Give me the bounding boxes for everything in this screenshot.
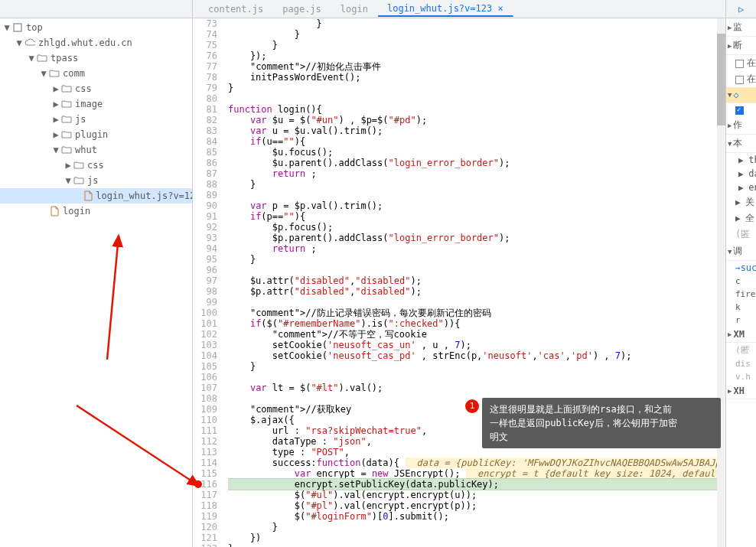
- checked-row[interactable]: [726, 103, 756, 116]
- line-number[interactable]: 87: [193, 168, 217, 179]
- line-number[interactable]: 100: [193, 308, 217, 318]
- toggle-icon[interactable]: ▶: [52, 116, 60, 123]
- line-number[interactable]: 89: [193, 190, 217, 200]
- tree-item-login[interactable]: login: [0, 203, 192, 219]
- scope-var[interactable]: ▶ th: [726, 153, 756, 167]
- line-number[interactable]: 119: [193, 511, 217, 522]
- code-line[interactable]: var encrypt = new JSEncrypt(); encrypt =…: [228, 468, 717, 479]
- tab-login[interactable]: login: [331, 2, 378, 16]
- line-number[interactable]: 118: [193, 500, 217, 511]
- tree-item-js[interactable]: ▶js: [0, 112, 192, 127]
- breakpoint-icon[interactable]: [194, 480, 202, 488]
- code-line[interactable]: "comment">//防止记录错误密码，每次要刷新记住的密码: [228, 308, 717, 318]
- line-number[interactable]: 96: [193, 265, 217, 275]
- line-number[interactable]: 106: [193, 372, 217, 383]
- line-number[interactable]: 73: [193, 18, 217, 29]
- tree-item-top[interactable]: ▼top: [0, 20, 192, 35]
- line-number[interactable]: 85: [193, 147, 217, 158]
- code-line[interactable]: "comment">//不等于空，写cookie: [228, 329, 717, 340]
- code-line[interactable]: }: [228, 40, 717, 50]
- code-line[interactable]: return ;: [228, 243, 717, 254]
- code-line[interactable]: setCookie('neusoft_cas_pd' , strEnc(p,'n…: [228, 350, 717, 361]
- code-line[interactable]: [228, 297, 717, 308]
- code-line[interactable]: $("#loginForm")[0].submit();: [228, 511, 717, 522]
- code-line[interactable]: if(u==""){: [228, 136, 717, 147]
- line-number[interactable]: 84: [193, 136, 217, 147]
- code-line[interactable]: var $u = $("#un") , $p=$("#pd");: [228, 115, 717, 125]
- code-line[interactable]: [228, 93, 717, 104]
- code-line[interactable]: $u.attr("disabled","disabled");: [228, 275, 717, 286]
- var-row[interactable]: fire: [726, 288, 756, 301]
- code-line[interactable]: function login(){: [228, 104, 717, 115]
- line-number[interactable]: 121: [193, 532, 217, 543]
- code-line[interactable]: [228, 372, 717, 383]
- code-line[interactable]: if($("#rememberName").is(":checked")){: [228, 318, 717, 329]
- line-number[interactable]: 115: [193, 468, 217, 479]
- line-number[interactable]: 113: [193, 447, 217, 457]
- var-row[interactable]: r: [726, 314, 756, 327]
- line-number[interactable]: 92: [193, 222, 217, 233]
- code-line[interactable]: [228, 190, 717, 200]
- tab-login-whut-js-v-123--[interactable]: login_whut.js?v=123 ×: [378, 2, 513, 17]
- scrollbar-thumb[interactable]: [717, 34, 725, 125]
- line-number[interactable]: 80: [193, 93, 217, 104]
- toggle-icon[interactable]: ▶: [52, 85, 60, 93]
- special-section[interactable]: ▼◇: [726, 87, 756, 103]
- code-line[interactable]: $p.attr("disabled","disabled");: [228, 286, 717, 297]
- code-line[interactable]: }: [228, 83, 717, 93]
- tab-content-js[interactable]: content.js: [199, 2, 273, 16]
- code-line[interactable]: $("#pl").val(encrypt.encrypt(p));: [228, 500, 717, 511]
- code-line[interactable]: if(p==""){: [228, 211, 717, 222]
- line-number[interactable]: 79: [193, 83, 217, 93]
- line-number[interactable]: 109: [193, 404, 217, 415]
- line-number[interactable]: 120: [193, 522, 217, 532]
- code-line[interactable]: $("#ul").val(encrypt.encrypt(u));: [228, 490, 717, 500]
- tree-item-login-whut-js-v-123[interactable]: login_whut.js?v=123: [0, 188, 192, 203]
- line-number[interactable]: 86: [193, 158, 217, 168]
- toggle-icon[interactable]: ▼: [52, 146, 60, 154]
- line-number[interactable]: 82: [193, 115, 217, 125]
- line-number[interactable]: 101: [193, 318, 217, 329]
- debugger-controls[interactable]: ▷: [726, 0, 756, 18]
- watch-section[interactable]: ▶监: [726, 18, 756, 37]
- code-line[interactable]: setCookie('neusoft_cas_un' , u , 7);: [228, 340, 717, 350]
- toggle-icon[interactable]: [77, 192, 82, 200]
- line-number[interactable]: 95: [193, 254, 217, 265]
- code-line[interactable]: }: [228, 522, 717, 532]
- code-line[interactable]: }: [228, 179, 717, 190]
- line-number[interactable]: 78: [193, 72, 217, 83]
- line-number[interactable]: 75: [193, 40, 217, 50]
- line-number[interactable]: 97: [193, 275, 217, 286]
- toggle-icon[interactable]: ▼: [64, 177, 72, 184]
- var-row[interactable]: c: [726, 275, 756, 288]
- scope-section[interactable]: ▶作: [726, 116, 756, 135]
- scope-var[interactable]: ▶ da: [726, 167, 756, 181]
- tree-item-tpass[interactable]: ▼tpass: [0, 50, 192, 66]
- line-number[interactable]: 104: [193, 350, 217, 361]
- code-line[interactable]: success:function(data){ data = {publicKe…: [228, 457, 717, 468]
- code-line[interactable]: [228, 265, 717, 275]
- code-line[interactable]: }: [228, 18, 717, 29]
- code-line[interactable]: encrypt.setPublicKey(data.publicKey);: [228, 479, 717, 490]
- line-number[interactable]: 76: [193, 50, 217, 61]
- code-line[interactable]: $u.focus();: [228, 147, 717, 158]
- resume-icon[interactable]: ▷: [738, 4, 744, 15]
- scope-local[interactable]: ▼本: [726, 135, 756, 153]
- line-number[interactable]: 91: [193, 211, 217, 222]
- code-line[interactable]: var u = $u.val().trim();: [228, 125, 717, 136]
- code-line[interactable]: var p = $p.val().trim();: [228, 200, 717, 211]
- code-line[interactable]: $p.focus();: [228, 222, 717, 233]
- line-number[interactable]: 93: [193, 233, 217, 243]
- frame-row[interactable]: →suc: [726, 261, 756, 275]
- line-number[interactable]: 110: [193, 415, 217, 425]
- line-gutter[interactable]: 7374757677787980818283848586878889909192…: [193, 18, 228, 547]
- code-area[interactable]: } } } }); "comment">//初始化点击事件 initPassWo…: [228, 18, 717, 547]
- line-number[interactable]: 114: [193, 457, 217, 468]
- line-number[interactable]: 90: [193, 200, 217, 211]
- line-number[interactable]: 81: [193, 104, 217, 115]
- tree-item-zhlgd-whut-edu-cn[interactable]: ▼zhlgd.whut.edu.cn: [0, 35, 192, 50]
- toggle-icon[interactable]: ▶: [64, 161, 72, 169]
- code-line[interactable]: type : "POST",: [228, 447, 717, 457]
- line-number[interactable]: 102: [193, 329, 217, 340]
- code-line[interactable]: var lt = $("#lt").val();: [228, 383, 717, 393]
